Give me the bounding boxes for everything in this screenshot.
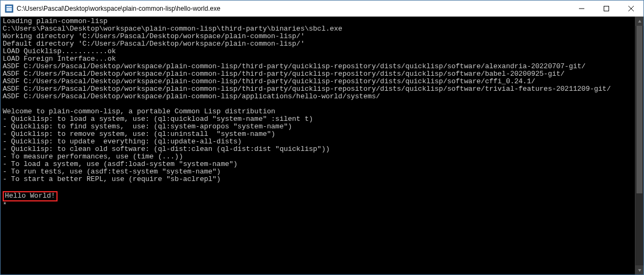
window-controls (569, 1, 643, 16)
terminal-line: Working directory 'C:/Users/Pascal/Deskt… (3, 33, 641, 40)
terminal-line: - Quicklisp: to remove system, use: (ql:… (3, 131, 641, 138)
terminal-line: - To run tests, use (asdf:test-system "s… (3, 168, 641, 176)
terminal-line: ASDF C:/Users/Pascal/Desktop/workspace/p… (3, 85, 641, 93)
scroll-track[interactable] (635, 26, 643, 265)
window-title: C:\Users\Pascal\Desktop\workspace\plain-… (17, 5, 569, 12)
repl-prompt[interactable]: * (3, 201, 641, 209)
scroll-up-button[interactable] (635, 17, 643, 26)
terminal-line: - Quicklisp: to load a system, use: (ql:… (3, 115, 641, 123)
terminal-output[interactable]: Loading plain-common-lispC:\Users\Pascal… (1, 17, 643, 274)
terminal-line: LOAD Quicklisp...........ok (3, 48, 641, 55)
terminal-line (3, 100, 641, 108)
svg-rect-4 (604, 6, 609, 11)
scroll-thumb[interactable] (636, 26, 642, 193)
terminal-line: ASDF C:/Users/Pascal/Desktop/workspace/p… (3, 93, 641, 100)
terminal-line: - Quicklisp: to update everything: (ql:u… (3, 138, 641, 146)
terminal-line: - Quicklisp: to find systems, use: (ql:s… (3, 123, 641, 131)
terminal-line (3, 183, 641, 191)
minimize-button[interactable] (569, 1, 594, 16)
vertical-scrollbar[interactable] (635, 17, 643, 274)
terminal-line: Welcome to plain-common-lisp, a portable… (3, 108, 641, 115)
terminal-line: - To measure performances, use (time (..… (3, 153, 641, 161)
maximize-button[interactable] (594, 1, 619, 16)
terminal-line: Loading plain-common-lisp (3, 18, 641, 25)
svg-rect-2 (6, 8, 12, 11)
close-button[interactable] (619, 1, 643, 16)
terminal-line: LOAD Foreign Interface...ok (3, 55, 641, 63)
svg-rect-1 (6, 6, 12, 7)
terminal-line: - To start a better REPL, use (require "… (3, 176, 641, 183)
app-icon (5, 4, 13, 13)
terminal-line: ASDF C:/Users/Pascal/Desktop/workspace/p… (3, 78, 641, 85)
terminal-line: Hello World! (3, 191, 641, 201)
terminal-line: ASDF C:/Users/Pascal/Desktop/workspace/p… (3, 70, 641, 78)
terminal-line: - Quicklisp: to clean old software: (ql-… (3, 146, 641, 153)
terminal-line: Default directory 'C:/Users/Pascal/Deskt… (3, 40, 641, 48)
terminal-line: ASDF C:/Users/Pascal/Desktop/workspace/p… (3, 63, 641, 70)
console-window: C:\Users\Pascal\Desktop\workspace\plain-… (0, 0, 644, 275)
titlebar[interactable]: C:\Users\Pascal\Desktop\workspace\plain-… (1, 1, 643, 17)
scroll-down-button[interactable] (635, 265, 643, 274)
terminal-line: - To load a system, use (asdf:load-syste… (3, 161, 641, 168)
hello-world-output: Hello World! (3, 191, 58, 201)
terminal-line: C:\Users\Pascal\Desktop\workspace\plain-… (3, 25, 641, 33)
